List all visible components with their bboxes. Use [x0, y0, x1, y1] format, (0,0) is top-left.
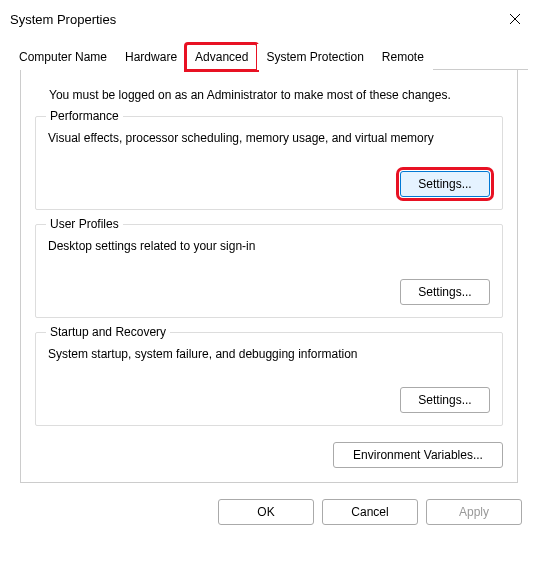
- cancel-button[interactable]: Cancel: [322, 499, 418, 525]
- startup-recovery-settings-button[interactable]: Settings...: [400, 387, 490, 413]
- group-startup-recovery-actions: Settings...: [48, 387, 490, 413]
- close-icon: [509, 13, 521, 25]
- performance-settings-button[interactable]: Settings...: [400, 171, 490, 197]
- group-startup-recovery: Startup and Recovery System startup, sys…: [35, 332, 503, 426]
- tab-advanced[interactable]: Advanced: [186, 44, 257, 70]
- environment-variables-button[interactable]: Environment Variables...: [333, 442, 503, 468]
- group-performance-actions: Settings...: [48, 171, 490, 197]
- tab-system-protection[interactable]: System Protection: [257, 44, 372, 70]
- group-user-profiles-desc: Desktop settings related to your sign-in: [48, 239, 490, 253]
- tab-computer-name[interactable]: Computer Name: [10, 44, 116, 70]
- admin-note: You must be logged on as an Administrato…: [35, 88, 503, 102]
- group-performance: Performance Visual effects, processor sc…: [35, 116, 503, 210]
- group-user-profiles-legend: User Profiles: [46, 217, 123, 231]
- ok-button[interactable]: OK: [218, 499, 314, 525]
- dialog-footer: OK Cancel Apply: [0, 491, 538, 539]
- titlebar: System Properties: [0, 0, 538, 38]
- group-performance-desc: Visual effects, processor scheduling, me…: [48, 131, 490, 145]
- group-startup-recovery-desc: System startup, system failure, and debu…: [48, 347, 490, 361]
- group-performance-legend: Performance: [46, 109, 123, 123]
- group-user-profiles-actions: Settings...: [48, 279, 490, 305]
- system-properties-dialog: System Properties Computer Name Hardware…: [0, 0, 538, 568]
- apply-button[interactable]: Apply: [426, 499, 522, 525]
- user-profiles-settings-button[interactable]: Settings...: [400, 279, 490, 305]
- close-button[interactable]: [500, 4, 530, 34]
- group-user-profiles: User Profiles Desktop settings related t…: [35, 224, 503, 318]
- tabs-container: Computer Name Hardware Advanced System P…: [0, 38, 538, 491]
- dialog-title: System Properties: [10, 12, 116, 27]
- tab-remote[interactable]: Remote: [373, 44, 433, 70]
- tab-hardware[interactable]: Hardware: [116, 44, 186, 70]
- group-startup-recovery-legend: Startup and Recovery: [46, 325, 170, 339]
- environment-variables-row: Environment Variables...: [35, 442, 503, 468]
- tab-content-advanced: You must be logged on as an Administrato…: [20, 70, 518, 483]
- tabs: Computer Name Hardware Advanced System P…: [10, 44, 528, 70]
